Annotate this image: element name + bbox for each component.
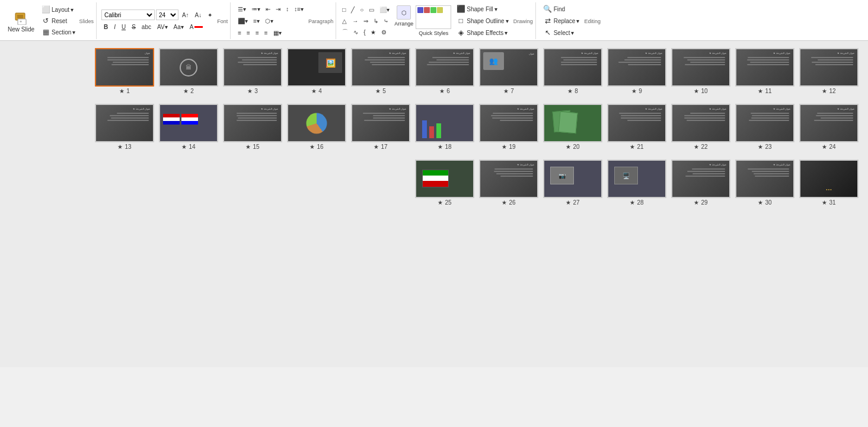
- slide-thumb-7[interactable]: 👥عنوان: [479, 48, 538, 87]
- slide-thumb-13[interactable]: ★ عنوان الشريحة: [95, 104, 154, 142]
- bullets-button[interactable]: ☰▾: [235, 4, 248, 14]
- font-color-button[interactable]: A: [187, 21, 206, 32]
- slide-item-24[interactable]: ★ عنوان الشريحة★24: [799, 104, 859, 150]
- slide-thumb-25[interactable]: [415, 160, 474, 198]
- replace-button[interactable]: ⇄ Replace ▾: [541, 15, 582, 26]
- slide-thumb-5[interactable]: ★ عنوان الشريحة: [351, 48, 410, 87]
- shape-arrow-button[interactable]: →: [350, 15, 360, 26]
- slide-item-22[interactable]: ★ عنوان الشريحة★22: [671, 104, 730, 150]
- slide-item-13[interactable]: ★ عنوان الشريحة★13: [95, 104, 154, 150]
- select-button[interactable]: ↖ Select ▾: [541, 27, 582, 38]
- font-name-select[interactable]: Calibri: [101, 9, 155, 20]
- slide-item-9[interactable]: ★ عنوان الشريحة★9: [607, 48, 666, 94]
- slide-item-30[interactable]: ★ عنوان الشريحة★30: [735, 160, 794, 206]
- slide-item-4[interactable]: 🖼️★4: [287, 48, 346, 94]
- decrease-font-button[interactable]: A↓: [193, 9, 205, 20]
- increase-font-button[interactable]: A↑: [180, 9, 192, 20]
- slide-item-26[interactable]: ★ عنوان الشريحة★26: [479, 160, 538, 206]
- slide-thumb-15[interactable]: ★ عنوان الشريحة: [223, 104, 282, 142]
- slide-item-19[interactable]: ★ عنوان الشريحة★19: [479, 104, 538, 150]
- slide-thumb-22[interactable]: ★ عنوان الشريحة: [671, 104, 730, 142]
- shape-brace-button[interactable]: {: [361, 27, 368, 37]
- slide-item-7[interactable]: 👥عنوان★7: [479, 48, 538, 94]
- slide-thumb-6[interactable]: ★ عنوان الشريحة: [415, 48, 474, 87]
- reset-button[interactable]: ↺ Reset: [39, 15, 78, 26]
- char-spacing-button[interactable]: AV▾: [155, 21, 170, 32]
- slide-thumb-16[interactable]: [287, 104, 346, 142]
- case-button[interactable]: Aa▾: [171, 21, 186, 32]
- slide-thumb-10[interactable]: ★ عنوان الشريحة: [671, 48, 730, 87]
- slide-thumb-24[interactable]: ★ عنوان الشريحة: [799, 104, 859, 142]
- slide-item-3[interactable]: ★ عنوان الشريحة★3: [223, 48, 282, 94]
- underline-button[interactable]: U: [119, 21, 128, 32]
- shape-effects-button[interactable]: ◈ Shape Effects ▾: [454, 27, 510, 38]
- align-center-button[interactable]: ≡: [244, 27, 253, 38]
- slide-item-12[interactable]: ★ عنوان الشريحة★12: [799, 48, 859, 94]
- slide-thumb-14[interactable]: [159, 104, 218, 142]
- slide-thumb-18[interactable]: [415, 104, 474, 142]
- shape-arc-button[interactable]: ⌒: [340, 27, 350, 37]
- shape-star-button[interactable]: ★: [368, 27, 378, 37]
- slide-item-21[interactable]: ★ عنوان الشريحة★21: [607, 104, 666, 150]
- slide-item-2[interactable]: 🏛★2: [159, 48, 218, 94]
- italic-button[interactable]: I: [111, 21, 118, 32]
- slide-thumb-3[interactable]: ★ عنوان الشريحة: [223, 48, 282, 87]
- shape-line-button[interactable]: ╱: [349, 4, 357, 15]
- shape-bent-button[interactable]: ↳: [371, 15, 381, 26]
- slide-item-15[interactable]: ★ عنوان الشريحة★15: [223, 104, 282, 150]
- slide-thumb-8[interactable]: ★ عنوان الشريحة: [543, 48, 602, 87]
- col-button[interactable]: ▦▾: [271, 27, 284, 38]
- slide-item-14[interactable]: ★14: [159, 104, 218, 150]
- slide-item-29[interactable]: ★ عنوان الشريحة★29: [671, 160, 730, 206]
- slide-item-8[interactable]: ★ عنوان الشريحة★8: [543, 48, 602, 94]
- slide-item-23[interactable]: ★ عنوان الشريحة★23: [735, 104, 794, 150]
- justify-button[interactable]: ≡: [262, 27, 270, 38]
- shape-fill-button[interactable]: ⬛ Shape Fill ▾: [454, 4, 510, 14]
- decrease-indent-button[interactable]: ⇤: [263, 4, 273, 14]
- slide-thumb-20[interactable]: [543, 104, 602, 142]
- slide-thumb-4[interactable]: 🖼️: [287, 48, 346, 87]
- slide-thumb-11[interactable]: ★ عنوان الشريحة: [735, 48, 794, 87]
- increase-indent-button[interactable]: ⇥: [273, 4, 283, 14]
- find-button[interactable]: 🔍 Find: [541, 4, 582, 14]
- slide-item-18[interactable]: ★18: [415, 104, 474, 150]
- align-text-button[interactable]: ≡▾: [251, 15, 262, 26]
- slide-item-5[interactable]: ★ عنوان الشريحة★5: [351, 48, 410, 94]
- align-right-button[interactable]: ≡: [253, 27, 261, 38]
- quick-styles-button[interactable]: [416, 5, 451, 29]
- slide-item-28[interactable]: 🖥️★28: [607, 160, 666, 206]
- slide-item-16[interactable]: ★16: [287, 104, 346, 150]
- slide-thumb-23[interactable]: ★ عنوان الشريحة: [735, 104, 794, 142]
- strikethrough-button[interactable]: S: [129, 21, 138, 32]
- slide-item-20[interactable]: ★20: [543, 104, 602, 150]
- numbering-button[interactable]: ≔▾: [249, 4, 263, 14]
- align-left-button[interactable]: ≡: [235, 27, 244, 38]
- convert-smartart-button[interactable]: ⬡▾: [263, 15, 276, 26]
- shape-rect2-button[interactable]: ▭: [366, 4, 376, 15]
- slide-thumb-28[interactable]: 🖥️: [607, 160, 666, 198]
- slide-item-6[interactable]: ★ عنوان الشريحة★6: [415, 48, 474, 94]
- new-slide-button[interactable]: + New Slide: [5, 5, 37, 36]
- slide-thumb-1[interactable]: عنوان: [95, 48, 154, 87]
- shape-arrow2-button[interactable]: ⇒: [361, 15, 371, 26]
- text-direction-button[interactable]: ⬛▾: [235, 15, 250, 26]
- slide-thumb-29[interactable]: ★ عنوان الشريحة: [671, 160, 730, 198]
- slide-item-25[interactable]: ★25: [415, 160, 474, 206]
- slide-thumb-21[interactable]: ★ عنوان الشريحة: [607, 104, 666, 142]
- slide-item-10[interactable]: ★ عنوان الشريحة★10: [671, 48, 730, 94]
- slide-item-27[interactable]: 📷★27: [543, 160, 602, 206]
- shape-circle-button[interactable]: ○: [358, 4, 366, 15]
- smartart-convert-button[interactable]: ↕: [283, 4, 291, 14]
- slide-thumb-27[interactable]: 📷: [543, 160, 602, 198]
- shape-gear-button[interactable]: ⚙: [379, 27, 389, 37]
- slide-item-17[interactable]: ★ عنوان الشريحة★17: [351, 104, 410, 150]
- layout-button[interactable]: ⬜ Layout ▾: [39, 4, 78, 15]
- slide-thumb-26[interactable]: ★ عنوان الشريحة: [479, 160, 538, 198]
- slide-thumb-17[interactable]: ★ عنوان الشريحة: [351, 104, 410, 142]
- slide-item-1[interactable]: عنوان★1: [95, 48, 154, 94]
- font-size-select[interactable]: 24: [156, 9, 178, 20]
- slide-thumb-19[interactable]: ★ عنوان الشريحة: [479, 104, 538, 142]
- slide-thumb-2[interactable]: 🏛: [159, 48, 218, 87]
- clear-format-button[interactable]: ✦: [205, 9, 215, 20]
- slide-thumb-12[interactable]: ★ عنوان الشريحة: [799, 48, 859, 87]
